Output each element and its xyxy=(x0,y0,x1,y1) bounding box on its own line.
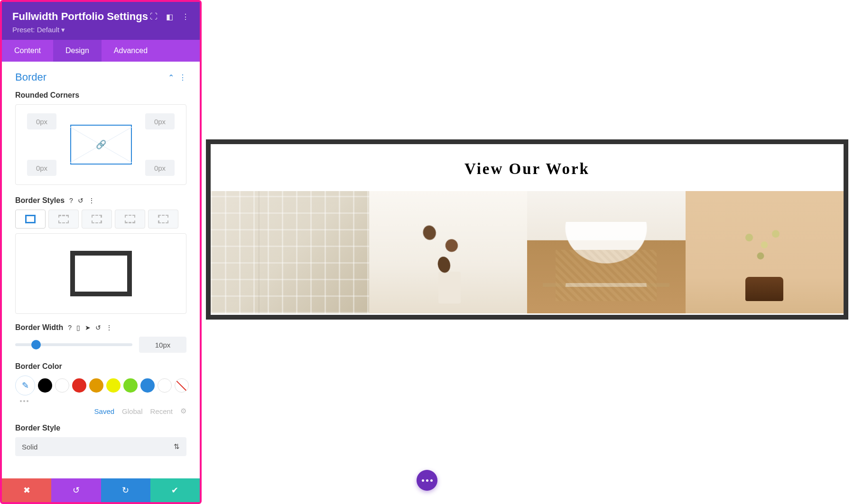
slider-thumb[interactable] xyxy=(31,340,41,349)
floating-action-button[interactable] xyxy=(417,470,437,491)
border-style-label: Border Style xyxy=(15,424,186,432)
border-style-left[interactable] xyxy=(148,210,178,229)
corner-tr-input[interactable]: 0px xyxy=(145,113,175,129)
help-icon[interactable]: ? xyxy=(68,324,72,331)
corner-br-input[interactable]: 0px xyxy=(145,160,175,176)
color-tab-global[interactable]: Global xyxy=(122,407,142,415)
dot-icon xyxy=(426,479,428,482)
reset-icon[interactable]: ↺ xyxy=(95,324,101,331)
undo-button[interactable]: ↺ xyxy=(51,478,101,502)
color-swatches: ✎ xyxy=(15,376,186,395)
swatch-white[interactable] xyxy=(55,378,69,393)
swatch-blue[interactable] xyxy=(140,378,155,393)
tab-design[interactable]: Design xyxy=(53,40,102,62)
help-icon[interactable]: ? xyxy=(69,197,73,204)
tab-advanced[interactable]: Advanced xyxy=(102,40,160,62)
hover-icon[interactable]: ➤ xyxy=(85,324,91,331)
kebab-icon[interactable]: ⋮ xyxy=(182,12,189,21)
dot-icon xyxy=(430,479,433,482)
border-style-all[interactable] xyxy=(15,210,46,229)
kebab-icon[interactable]: ⋮ xyxy=(88,197,95,204)
portfolio-item[interactable] xyxy=(527,191,686,313)
portfolio-item[interactable] xyxy=(211,191,369,313)
color-more-dots[interactable] xyxy=(20,400,186,402)
swatch-orange[interactable] xyxy=(89,378,103,393)
border-styles-label: Border Styles xyxy=(15,196,65,205)
border-color-label: Border Color xyxy=(15,362,186,371)
rounded-corners-label: Rounded Corners xyxy=(15,91,186,100)
border-style-select[interactable]: Solid ⇅ xyxy=(15,437,186,456)
portfolio-title: View Our Work xyxy=(211,144,844,191)
swatch-green[interactable] xyxy=(123,378,138,393)
swatch-white-2[interactable] xyxy=(158,378,172,393)
swatch-black[interactable] xyxy=(38,378,52,393)
expand-icon[interactable]: ⛶ xyxy=(150,12,158,21)
chevron-down-icon: ▾ xyxy=(61,26,65,34)
border-width-input[interactable]: 10px xyxy=(139,337,186,353)
panel-title: Fullwidth Portfolio Settings xyxy=(12,10,148,23)
phone-icon[interactable]: ▯ xyxy=(76,324,80,331)
confirm-button[interactable]: ✔ xyxy=(150,478,200,502)
corner-tl-input[interactable]: 0px xyxy=(27,113,56,129)
redo-button[interactable]: ↻ xyxy=(101,478,150,502)
kebab-icon[interactable]: ⋮ xyxy=(179,73,186,82)
preset-label: Preset: Default xyxy=(12,26,59,34)
corner-link-preview: 🔗 xyxy=(70,125,132,165)
sidebar-toggle-icon[interactable]: ◧ xyxy=(166,12,173,21)
kebab-icon[interactable]: ⋮ xyxy=(106,324,112,331)
chevron-up-icon[interactable]: ⌃ xyxy=(168,73,174,82)
color-tab-saved[interactable]: Saved xyxy=(94,407,115,415)
section-title[interactable]: Border xyxy=(15,71,46,83)
portfolio-item[interactable] xyxy=(369,191,528,313)
settings-tabs: Content Design Advanced xyxy=(2,40,200,62)
select-arrows-icon: ⇅ xyxy=(174,442,180,451)
portfolio-preview: View Our Work xyxy=(206,139,848,320)
border-style-value: Solid xyxy=(22,443,37,451)
border-width-label: Border Width xyxy=(15,323,63,332)
swatch-yellow[interactable] xyxy=(106,378,121,393)
border-preview-rect xyxy=(70,251,132,296)
border-width-slider[interactable] xyxy=(15,343,132,346)
corner-bl-input[interactable]: 0px xyxy=(27,160,56,176)
border-style-right[interactable] xyxy=(82,210,112,229)
portfolio-grid xyxy=(211,191,844,313)
swatch-none[interactable] xyxy=(175,378,189,393)
rounded-corners-control: 0px 0px 0px 0px 🔗 xyxy=(15,104,186,185)
dot-icon xyxy=(422,479,424,482)
preset-selector[interactable]: Preset: Default ▾ xyxy=(12,26,189,34)
eyedropper-icon[interactable]: ✎ xyxy=(15,376,35,395)
cancel-button[interactable]: ✖ xyxy=(2,478,51,502)
border-style-top[interactable] xyxy=(48,210,79,229)
border-style-buttons xyxy=(15,210,186,229)
settings-panel: Fullwidth Portfolio Settings ⛶ ◧ ⋮ Prese… xyxy=(0,0,202,504)
panel-header: Fullwidth Portfolio Settings ⛶ ◧ ⋮ Prese… xyxy=(2,2,200,40)
gear-icon[interactable]: ⚙ xyxy=(180,407,186,415)
border-style-bottom[interactable] xyxy=(115,210,145,229)
color-tab-recent[interactable]: Recent xyxy=(150,407,173,415)
reset-icon[interactable]: ↺ xyxy=(78,197,84,204)
swatch-red[interactable] xyxy=(72,378,86,393)
portfolio-item[interactable] xyxy=(686,191,844,313)
panel-footer: ✖ ↺ ↻ ✔ xyxy=(2,478,200,502)
panel-body: Border ⌃ ⋮ Rounded Corners 0px 0px 0px 0… xyxy=(2,62,200,478)
link-icon[interactable]: 🔗 xyxy=(96,139,106,150)
tab-content[interactable]: Content xyxy=(2,40,53,62)
border-preview-box xyxy=(15,233,186,314)
